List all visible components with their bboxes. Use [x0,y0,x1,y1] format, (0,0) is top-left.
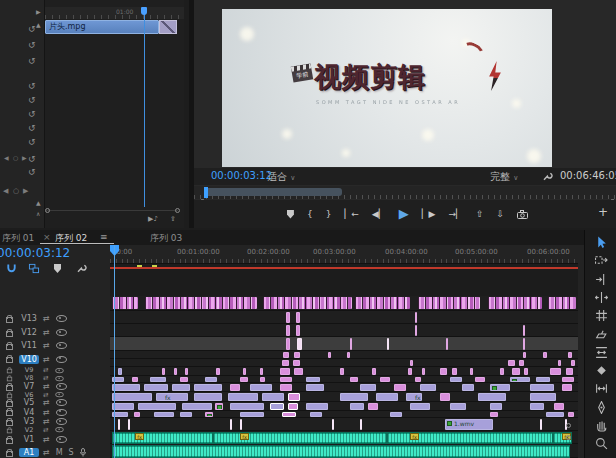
sync-lock-icon[interactable]: ⇄ [43,408,50,417]
clip[interactable] [415,377,421,382]
clip[interactable] [230,419,232,430]
sync-lock-icon[interactable]: ⇄ [43,328,50,337]
toggle-track-output-eye-icon[interactable] [56,399,67,406]
clip[interactable] [410,403,430,410]
timeline-timecode[interactable]: 00:00:03:12 [0,246,70,260]
voiceover-record-mic-icon[interactable] [80,448,86,457]
clip[interactable] [154,412,174,417]
snap-icon[interactable] [6,263,17,274]
clip[interactable] [138,403,176,410]
sync-lock-icon[interactable]: ⇄ [43,341,50,350]
tab-sequence-03[interactable]: 序列 03 [150,232,182,245]
clip-strip[interactable] [112,297,138,309]
clip[interactable] [450,403,466,410]
clip[interactable] [478,393,506,401]
clip-strip[interactable] [548,297,576,309]
play-audio-icon[interactable]: ▶♪ [148,215,158,223]
collapse-icon[interactable]: ▲ [36,21,41,28]
clip[interactable] [500,368,504,375]
clip[interactable] [546,412,564,417]
toggle-track-output-eye-icon[interactable] [56,375,64,380]
panel-menu-icon[interactable]: ≡ [100,232,108,242]
clip[interactable] [194,384,222,391]
clip[interactable] [306,403,328,410]
clip[interactable] [283,352,289,358]
param-reset-icon[interactable]: ↺ [28,41,36,50]
close-icon[interactable]: × [43,232,51,242]
program-timecode[interactable]: 00:00:03:12 [211,170,272,181]
lock-icon[interactable] [7,369,12,374]
clip[interactable] [490,412,498,417]
clip[interactable] [410,360,413,366]
clip[interactable] [260,377,265,382]
toggle-track-output-eye-icon[interactable] [56,383,67,390]
timeline-tracks-area[interactable]: 00:0000:01:00:0000:02:00:0000:03:00:0000… [110,245,578,458]
solo-button[interactable]: S [69,448,74,457]
effect-controls-ruler[interactable] [45,7,184,19]
linked-selection-icon[interactable] [28,263,40,274]
clip-fx[interactable]: fx [156,393,188,401]
sync-lock-icon[interactable]: ⇄ [43,314,50,323]
track-badge-v10[interactable]: V10 [19,355,39,364]
add-marker-icon[interactable] [287,210,294,219]
clip[interactable] [294,368,303,375]
sync-lock-icon[interactable]: ⇄ [43,448,50,457]
program-playhead[interactable] [204,187,208,198]
clip[interactable] [118,368,122,375]
mark-out-icon[interactable]: } [326,209,332,219]
ripple-edit-tool[interactable] [595,273,608,286]
param-reset-icon[interactable]: ↺ [28,124,36,133]
param-reset-icon[interactable]: ↺ [28,82,36,91]
clip[interactable] [286,338,290,350]
clip[interactable] [243,368,246,375]
clip[interactable] [132,377,138,382]
clip[interactable] [215,403,223,410]
clip[interactable] [368,403,378,410]
clip[interactable] [112,403,134,410]
program-video-frame[interactable]: 学前 视频剪辑 SOMM TAGT NIDE NE OSTAR AR [222,9,552,167]
export-frame-icon[interactable] [517,210,528,219]
track-lane-v1[interactable] [110,418,578,431]
clip[interactable] [450,377,462,382]
clip-strip[interactable] [145,297,257,309]
track-lane-v11[interactable] [110,324,578,337]
toggle-track-output-eye-icon[interactable] [56,409,67,416]
toggle-track-output-eye-icon[interactable] [56,367,64,372]
toggle-track-output-eye-icon[interactable] [56,436,67,443]
scrollbar-handle[interactable] [566,435,571,440]
add-keyframe-icon[interactable]: ○ [13,155,18,161]
play-icon[interactable]: ▶ [399,209,409,219]
toggle-track-output-eye-icon[interactable] [56,329,67,336]
clip[interactable] [415,312,417,323]
clip[interactable] [194,393,222,401]
lock-icon[interactable] [6,331,13,337]
clip[interactable] [408,368,412,375]
clip[interactable] [530,403,544,410]
clip[interactable] [415,325,417,336]
clip[interactable] [294,352,300,358]
param-reset-icon[interactable]: ↺ [28,155,36,164]
clip[interactable] [380,377,390,382]
lock-icon[interactable] [6,401,13,407]
extract-icon[interactable]: ⇩ [497,209,505,219]
clip[interactable] [566,368,573,375]
clip[interactable] [230,384,240,391]
track-badge-v8[interactable]: V8 [19,374,39,382]
clip[interactable] [172,384,190,391]
sync-lock-icon[interactable]: ⇄ [43,435,50,444]
lock-icon[interactable] [6,420,13,426]
selection-tool[interactable] [595,236,608,249]
clip[interactable] [350,338,352,350]
clip[interactable] [182,403,212,410]
clip[interactable] [286,325,290,336]
export-icon[interactable]: ⇪ [170,215,176,223]
clip[interactable] [543,352,547,358]
clip[interactable] [510,377,530,382]
track-badge-v4[interactable]: V4 [19,408,39,417]
clip[interactable] [530,384,554,391]
clip[interactable] [340,393,368,401]
toggle-track-output-eye-icon[interactable] [56,342,67,349]
clip[interactable] [360,384,376,391]
clip[interactable] [280,384,292,391]
clip[interactable] [180,377,188,382]
